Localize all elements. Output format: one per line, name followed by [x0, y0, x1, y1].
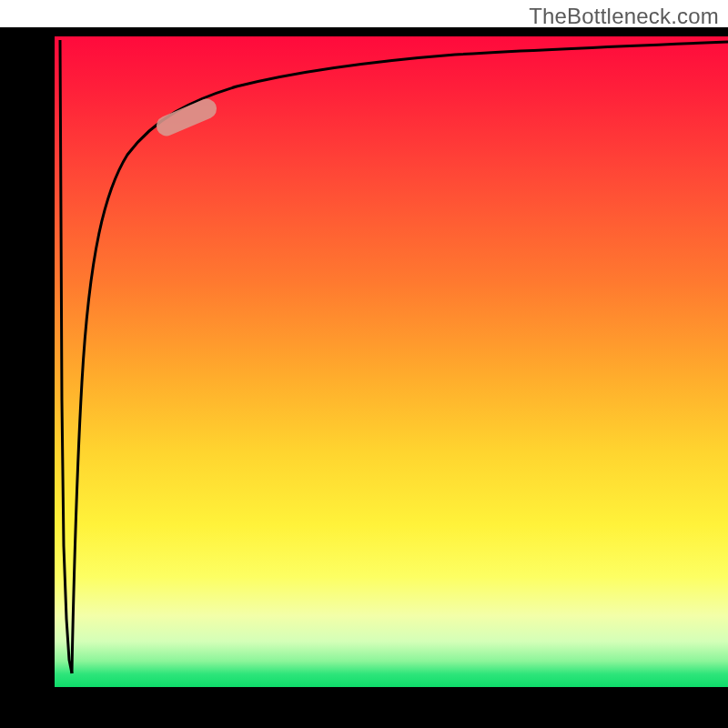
- main-curve-path: [72, 42, 728, 673]
- frame-border-left: [0, 27, 55, 719]
- chart-container: TheBottleneck.com: [0, 0, 728, 728]
- curve-svg: [55, 36, 728, 687]
- frame-border-top: [0, 27, 728, 36]
- watermark-text: TheBottleneck.com: [529, 4, 719, 29]
- frame-border-bottom: [0, 687, 728, 728]
- initial-drop-path: [60, 40, 72, 673]
